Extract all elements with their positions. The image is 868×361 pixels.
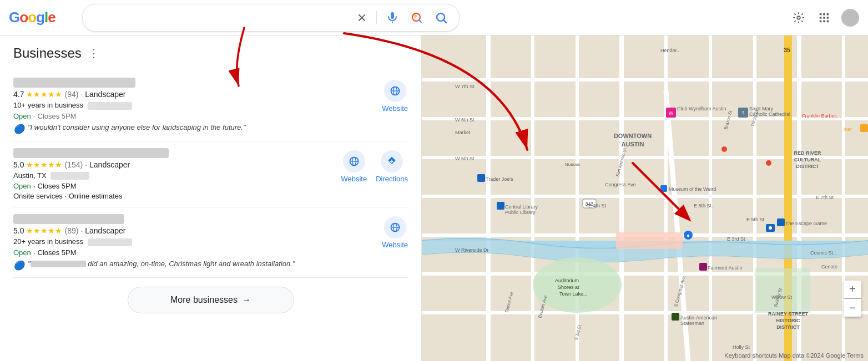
- svg-rect-12: [827, 17, 829, 19]
- svg-text:CULTURAL: CULTURAL: [794, 157, 821, 162]
- business-rating-3: 5.0 ★★★★★ (89) · Landscaper: [13, 226, 375, 235]
- svg-point-3: [413, 14, 417, 18]
- rating-value-2: 5.0: [13, 160, 24, 169]
- search-input[interactable]: landscaping in austin tx: [92, 13, 350, 23]
- svg-rect-7: [820, 13, 822, 15]
- main-content: Businesses ⋮ 4.7 ★★★★★ (94) · Landscaper…: [0, 35, 868, 361]
- svg-text:DOWNTOWN: DOWNTOWN: [614, 133, 652, 139]
- map-background[interactable]: 35 Auditorium Shores at Town Lake... DOW…: [422, 35, 868, 361]
- rating-count-2: (154): [64, 160, 83, 169]
- business-rating-2: 5.0 ★★★★★ (154) · Landscaper: [13, 160, 334, 169]
- settings-icon: [793, 12, 805, 24]
- svg-text:HISTORIC: HISTORIC: [776, 318, 800, 323]
- business-name-blurred: [13, 78, 135, 88]
- search-bar: landscaping in austin tx: [82, 4, 460, 32]
- svg-rect-14: [823, 20, 825, 22]
- svg-text:●: ●: [687, 232, 690, 238]
- map-panel: 35 Auditorium Shores at Town Lake... DOW…: [422, 35, 868, 361]
- clear-button[interactable]: [354, 10, 370, 26]
- svg-text:iner: iner: [844, 126, 852, 132]
- business-status-2: Open · Closes 5PM: [13, 181, 334, 191]
- microphone-icon: [386, 11, 399, 24]
- svg-text:E 7th St: E 7th St: [816, 195, 834, 200]
- website-label-2: Website: [341, 175, 367, 183]
- left-panel: Businesses ⋮ 4.7 ★★★★★ (94) · Landscaper…: [0, 35, 422, 361]
- apps-button[interactable]: [816, 9, 832, 26]
- svg-text:DISTRICT: DISTRICT: [776, 324, 800, 330]
- settings-button[interactable]: [790, 9, 807, 26]
- directions-label-2: Directions: [376, 175, 408, 183]
- rating-count-1: (94): [64, 90, 78, 99]
- website-icon-3: [384, 216, 406, 238]
- map-footer: Keyboard shortcuts Map data ©2024 Google…: [724, 352, 864, 359]
- directions-button-2[interactable]: Directions: [376, 150, 408, 183]
- svg-text:The Escape Game: The Escape Game: [785, 221, 827, 226]
- website-label-3: Website: [382, 241, 408, 249]
- website-button-1[interactable]: Website: [382, 80, 408, 113]
- business-status-1: Open · Closes 5PM: [13, 111, 375, 121]
- more-businesses-button[interactable]: More businesses →: [128, 287, 294, 313]
- svg-text:Museum of the Weird: Museum of the Weird: [669, 186, 716, 192]
- svg-text:Saint Mary: Saint Mary: [749, 106, 774, 111]
- lens-button[interactable]: [408, 9, 426, 27]
- more-options-button[interactable]: ⋮: [86, 44, 102, 62]
- stars-3: ★★★★★: [26, 226, 62, 235]
- business-name-blurred-3: [13, 214, 124, 224]
- business-actions-1: Website: [382, 78, 408, 113]
- svg-text:Franklin Barbec...: Franklin Barbec...: [802, 113, 841, 119]
- logo: Google: [9, 9, 75, 26]
- svg-text:Austin-American: Austin-American: [680, 315, 717, 321]
- svg-text:W Riverside Dr: W Riverside Dr: [455, 247, 489, 253]
- business-actions-3: Website: [382, 214, 408, 249]
- avatar[interactable]: [841, 9, 859, 27]
- svg-text:Congress Ave: Congress Ave: [605, 182, 636, 187]
- detail-blurred-1: [88, 102, 132, 110]
- directions-icon-2: [381, 150, 403, 172]
- business-type-3: Landscaper: [85, 226, 125, 235]
- svg-text:W 6th St: W 6th St: [455, 117, 475, 123]
- svg-text:Cenote: Cenote: [821, 264, 837, 270]
- business-item-3: 5.0 ★★★★★ (89) · Landscaper 20+ years in…: [13, 207, 408, 278]
- apps-icon: [818, 12, 830, 24]
- business-extra-2: Onsite services · Online estimates: [13, 192, 334, 200]
- svg-text:E 3rd St: E 3rd St: [727, 236, 745, 242]
- rating-count-3: (89): [64, 226, 78, 235]
- website-button-2[interactable]: Website: [341, 150, 367, 183]
- svg-rect-0: [391, 12, 394, 19]
- detail-blurred-3: [88, 238, 132, 246]
- svg-text:Town Lake...: Town Lake...: [559, 291, 588, 297]
- svg-rect-112: [860, 124, 868, 132]
- svg-text:RED RIVER: RED RIVER: [794, 150, 821, 156]
- business-info-3: 5.0 ★★★★★ (89) · Landscaper 20+ years in…: [13, 214, 375, 271]
- svg-point-111: [769, 226, 772, 230]
- review-blurred-3: [31, 261, 86, 267]
- website-icon-2: [343, 150, 365, 172]
- business-name-blurred-2: [13, 148, 169, 158]
- svg-text:Market: Market: [455, 130, 471, 135]
- svg-text:Shores at: Shores at: [558, 284, 579, 290]
- zoom-out-button[interactable]: −: [844, 299, 861, 317]
- microphone-button[interactable]: [383, 9, 401, 27]
- header: Google landscaping in austin tx: [0, 0, 868, 35]
- svg-rect-15: [827, 20, 829, 22]
- svg-text:Trader Joe's: Trader Joe's: [486, 176, 513, 182]
- map-footer-text: Keyboard shortcuts Map data ©2024 Google…: [724, 352, 864, 359]
- svg-rect-8: [823, 13, 825, 15]
- lens-icon: [410, 11, 423, 24]
- business-actions-row-2: Website Directions: [341, 150, 408, 183]
- svg-text:E 5th St.: E 5th St.: [694, 203, 713, 209]
- svg-text:Auditorium: Auditorium: [555, 278, 579, 283]
- zoom-in-button[interactable]: +: [844, 281, 861, 298]
- svg-text:Club Wyndham Austin: Club Wyndham Austin: [677, 106, 726, 111]
- website-button-3[interactable]: Website: [382, 216, 408, 249]
- business-detail-2: Austin, TX: [13, 171, 334, 180]
- svg-rect-65: [477, 174, 485, 182]
- map-controls: + −: [844, 281, 861, 317]
- business-review-1: 🔵 "I wouldn't consider using anyone else…: [13, 123, 375, 134]
- search-button[interactable]: [432, 9, 450, 27]
- more-businesses-arrow: →: [242, 295, 251, 305]
- svg-point-85: [766, 160, 771, 166]
- svg-point-6: [797, 16, 800, 19]
- rating-value-1: 4.7: [13, 90, 24, 99]
- svg-text:DISTRICT: DISTRICT: [796, 164, 819, 169]
